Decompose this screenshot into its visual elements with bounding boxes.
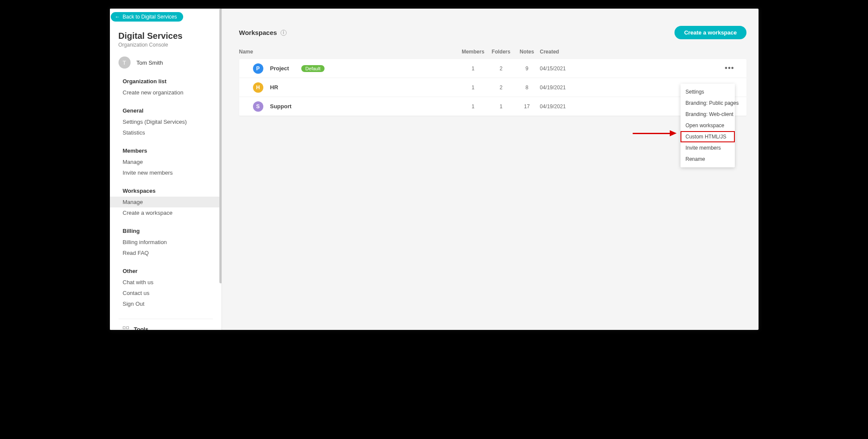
titlebar: Workspaces i Create a workspace: [239, 26, 746, 39]
create-workspace-button[interactable]: Create a workspace: [674, 26, 746, 39]
sidebar-section: MembersManageInvite new members: [110, 147, 222, 178]
app-frame: ← Back to Digital Services Digital Servi…: [110, 9, 759, 330]
workspaces-table: PProjectDefault12904/15/2021•••HHR12804/…: [239, 59, 746, 116]
sidebar-section-header: Members: [123, 147, 222, 154]
sidebar-item[interactable]: Contact us: [110, 288, 222, 298]
sidebar: ← Back to Digital Services Digital Servi…: [110, 9, 222, 330]
default-badge: Default: [301, 65, 325, 72]
sidebar-item[interactable]: Statistics: [110, 127, 222, 138]
table-row[interactable]: SSupport111704/19/2021•••: [239, 97, 746, 116]
col-folders: Folders: [488, 49, 514, 55]
table-row[interactable]: PProjectDefault12904/15/2021•••: [239, 59, 746, 78]
sidebar-item[interactable]: Invite new members: [110, 167, 222, 178]
table-header: Name Members Folders Notes Created: [239, 49, 746, 59]
workspace-avatar: H: [253, 82, 263, 93]
context-menu-item[interactable]: Invite members: [681, 142, 735, 154]
more-icon[interactable]: •••: [721, 64, 746, 73]
sidebar-section-header: Other: [123, 268, 222, 274]
sidebar-section: WorkspacesManageCreate a workspace: [110, 188, 222, 218]
sidebar-section: BillingBilling informationRead FAQ: [110, 228, 222, 258]
context-menu-item[interactable]: Branding: Public pages: [681, 97, 735, 109]
cell-notes: 8: [514, 85, 540, 91]
sidebar-item[interactable]: Manage: [110, 157, 222, 167]
scroll-track: [222, 9, 222, 330]
cell-members: 1: [458, 103, 488, 110]
workspace-name: HR: [270, 84, 278, 91]
sidebar-section-header: Workspaces: [123, 188, 222, 194]
scroll-thumb[interactable]: [219, 9, 222, 283]
table-row[interactable]: HHR12804/19/2021•••: [239, 78, 746, 97]
sidebar-section: Organization listCreate new organization: [110, 78, 222, 98]
context-menu-item[interactable]: Custom HTML/JS: [681, 131, 735, 142]
sidebar-item[interactable]: Create a workspace: [110, 207, 222, 218]
arrow-left-icon: ←: [115, 14, 120, 20]
cell-notes: 9: [514, 66, 540, 72]
cell-members: 1: [458, 66, 488, 72]
cell-members: 1: [458, 85, 488, 91]
cell-created: 04/15/2021: [540, 66, 721, 72]
workspace-name-cell: HHR: [239, 82, 458, 93]
avatar: T: [119, 56, 131, 69]
workspace-name-cell: SSupport: [239, 101, 458, 112]
context-menu-item[interactable]: Settings: [681, 86, 735, 97]
col-name: Name: [239, 49, 458, 55]
grid-icon: [123, 326, 129, 330]
sidebar-section-header: Organization list: [123, 78, 222, 85]
sidebar-item[interactable]: Create new organization: [110, 87, 222, 98]
col-notes: Notes: [514, 49, 540, 55]
workspace-name: Support: [270, 103, 292, 110]
sidebar-item[interactable]: Billing information: [110, 237, 222, 248]
col-members: Members: [458, 49, 488, 55]
sidebar-section: OtherChat with usContact usSign Out: [110, 268, 222, 309]
tools-row[interactable]: Tools: [123, 326, 222, 330]
annotation-arrow: [633, 130, 677, 136]
page-title-text: Workspaces: [239, 29, 277, 36]
sidebar-item[interactable]: Read FAQ: [110, 248, 222, 258]
sidebar-item[interactable]: Manage: [110, 197, 222, 207]
sidebar-item[interactable]: Chat with us: [110, 277, 222, 288]
cell-folders: 1: [488, 103, 514, 110]
col-created: Created: [540, 49, 721, 55]
context-menu: SettingsBranding: Public pagesBranding: …: [681, 84, 735, 167]
back-pill-label: Back to Digital Services: [123, 14, 177, 20]
workspace-name: Project: [270, 65, 289, 72]
sidebar-section: GeneralSettings (Digital Services)Statis…: [110, 107, 222, 138]
sidebar-section-header: Billing: [123, 228, 222, 234]
user-name: Tom Smith: [137, 60, 163, 66]
context-menu-item[interactable]: Branding: Web-client: [681, 109, 735, 120]
back-to-org-button[interactable]: ← Back to Digital Services: [111, 12, 183, 22]
cell-folders: 2: [488, 85, 514, 91]
sidebar-item[interactable]: Settings (Digital Services): [110, 116, 222, 127]
current-user[interactable]: T Tom Smith: [119, 56, 222, 69]
org-subtitle: Organization Console: [119, 42, 222, 48]
cell-folders: 2: [488, 66, 514, 72]
tools-label: Tools: [134, 326, 149, 330]
context-menu-item[interactable]: Open workspace: [681, 120, 735, 131]
workspace-name-cell: PProjectDefault: [239, 63, 458, 74]
sidebar-item[interactable]: Sign Out: [110, 298, 222, 309]
cell-notes: 17: [514, 103, 540, 110]
workspace-avatar: P: [253, 63, 263, 74]
divider: [119, 319, 213, 319]
org-title: Digital Services: [119, 31, 222, 41]
context-menu-item[interactable]: Rename: [681, 154, 735, 165]
sidebar-section-header: General: [123, 107, 222, 114]
main-content: Workspaces i Create a workspace Name Mem…: [227, 9, 759, 330]
info-icon[interactable]: i: [281, 30, 287, 36]
page-title: Workspaces i: [239, 29, 287, 36]
workspace-avatar: S: [253, 101, 263, 112]
